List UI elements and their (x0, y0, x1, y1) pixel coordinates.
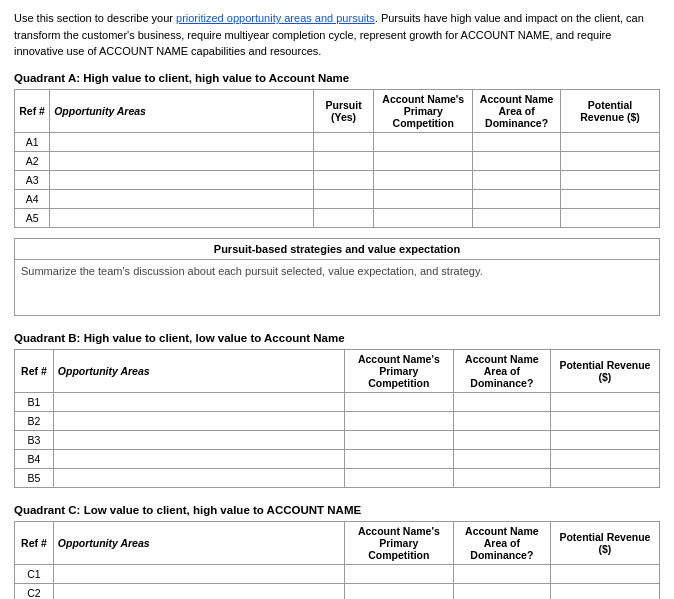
pursuit-a5[interactable] (313, 208, 373, 227)
dominance-a2[interactable] (473, 151, 561, 170)
header-primary-b: Account Name's Primary Competition (344, 349, 453, 392)
table-row: B5 (15, 468, 660, 487)
primary-b2[interactable] (344, 411, 453, 430)
revenue-b3[interactable] (550, 430, 659, 449)
header-primary-c: Account Name's Primary Competition (344, 521, 453, 564)
primary-a1[interactable] (374, 132, 473, 151)
opp-a3[interactable] (50, 170, 314, 189)
header-revenue-a: Potential Revenue ($) (561, 89, 660, 132)
pursuit-box-header-a: Pursuit-based strategies and value expec… (15, 239, 659, 260)
intro-paragraph: Use this section to describe your priori… (14, 10, 660, 60)
table-row: B2 (15, 411, 660, 430)
opp-b3[interactable] (53, 430, 344, 449)
primary-a3[interactable] (374, 170, 473, 189)
ref-b1: B1 (15, 392, 54, 411)
header-dominance-c: Account Name Area of Dominance? (453, 521, 550, 564)
quadrant-a-table: Ref # Opportunity Areas Pursuit (Yes) Ac… (14, 89, 660, 228)
primary-a5[interactable] (374, 208, 473, 227)
primary-a4[interactable] (374, 189, 473, 208)
revenue-b4[interactable] (550, 449, 659, 468)
header-dominance-b: Account Name Area of Dominance? (453, 349, 550, 392)
primary-c2[interactable] (344, 583, 453, 599)
revenue-a1[interactable] (561, 132, 660, 151)
header-opportunity-c: Opportunity Areas (53, 521, 344, 564)
dominance-b2[interactable] (453, 411, 550, 430)
header-revenue-b: Potential Revenue ($) (550, 349, 659, 392)
opp-c2[interactable] (53, 583, 344, 599)
pursuit-a3[interactable] (313, 170, 373, 189)
primary-b3[interactable] (344, 430, 453, 449)
ref-a4: A4 (15, 189, 50, 208)
quadrant-c-section: Quadrant C: Low value to client, high va… (14, 504, 660, 600)
quadrant-b-table: Ref # Opportunity Areas Account Name's P… (14, 349, 660, 488)
opp-b2[interactable] (53, 411, 344, 430)
header-opportunity-a: Opportunity Areas (50, 89, 314, 132)
quadrant-a-title: Quadrant A: High value to client, high v… (14, 72, 660, 84)
revenue-a4[interactable] (561, 189, 660, 208)
pursuit-box-a: Pursuit-based strategies and value expec… (14, 238, 660, 316)
table-row: C1 (15, 564, 660, 583)
ref-c2: C2 (15, 583, 54, 599)
header-ref-a: Ref # (15, 89, 50, 132)
dominance-b1[interactable] (453, 392, 550, 411)
opp-a5[interactable] (50, 208, 314, 227)
revenue-b2[interactable] (550, 411, 659, 430)
quadrant-c-title: Quadrant C: Low value to client, high va… (14, 504, 660, 516)
dominance-c2[interactable] (453, 583, 550, 599)
opp-a4[interactable] (50, 189, 314, 208)
table-row: A5 (15, 208, 660, 227)
revenue-a2[interactable] (561, 151, 660, 170)
dominance-a3[interactable] (473, 170, 561, 189)
dominance-a5[interactable] (473, 208, 561, 227)
revenue-c1[interactable] (550, 564, 659, 583)
pursuit-box-body-a[interactable]: Summarize the team's discussion about ea… (15, 260, 659, 315)
dominance-a4[interactable] (473, 189, 561, 208)
header-ref-b: Ref # (15, 349, 54, 392)
ref-a2: A2 (15, 151, 50, 170)
revenue-b1[interactable] (550, 392, 659, 411)
revenue-b5[interactable] (550, 468, 659, 487)
dominance-b5[interactable] (453, 468, 550, 487)
ref-a1: A1 (15, 132, 50, 151)
revenue-c2[interactable] (550, 583, 659, 599)
pursuit-a4[interactable] (313, 189, 373, 208)
quadrant-b-title: Quadrant B: High value to client, low va… (14, 332, 660, 344)
header-opportunity-b: Opportunity Areas (53, 349, 344, 392)
opp-b1[interactable] (53, 392, 344, 411)
revenue-a5[interactable] (561, 208, 660, 227)
primary-a2[interactable] (374, 151, 473, 170)
opp-a1[interactable] (50, 132, 314, 151)
dominance-c1[interactable] (453, 564, 550, 583)
pursuit-a2[interactable] (313, 151, 373, 170)
opp-c1[interactable] (53, 564, 344, 583)
dominance-a1[interactable] (473, 132, 561, 151)
table-row: C2 (15, 583, 660, 599)
dominance-b3[interactable] (453, 430, 550, 449)
quadrant-a-section: Quadrant A: High value to client, high v… (14, 72, 660, 316)
ref-b5: B5 (15, 468, 54, 487)
table-row: B1 (15, 392, 660, 411)
opp-b4[interactable] (53, 449, 344, 468)
table-row: A1 (15, 132, 660, 151)
ref-b2: B2 (15, 411, 54, 430)
primary-c1[interactable] (344, 564, 453, 583)
ref-c1: C1 (15, 564, 54, 583)
opp-a2[interactable] (50, 151, 314, 170)
table-row: A4 (15, 189, 660, 208)
quadrant-c-table: Ref # Opportunity Areas Account Name's P… (14, 521, 660, 600)
ref-a3: A3 (15, 170, 50, 189)
primary-b5[interactable] (344, 468, 453, 487)
header-primary-a: Account Name's Primary Competition (374, 89, 473, 132)
pursuit-a1[interactable] (313, 132, 373, 151)
header-dominance-a: Account Name Area of Dominance? (473, 89, 561, 132)
table-row: B3 (15, 430, 660, 449)
header-revenue-c: Potential Revenue ($) (550, 521, 659, 564)
intro-highlight: prioritized opportunity areas and pursui… (176, 12, 375, 24)
primary-b4[interactable] (344, 449, 453, 468)
revenue-a3[interactable] (561, 170, 660, 189)
opp-b5[interactable] (53, 468, 344, 487)
dominance-b4[interactable] (453, 449, 550, 468)
table-row: A2 (15, 151, 660, 170)
primary-b1[interactable] (344, 392, 453, 411)
table-row: A3 (15, 170, 660, 189)
